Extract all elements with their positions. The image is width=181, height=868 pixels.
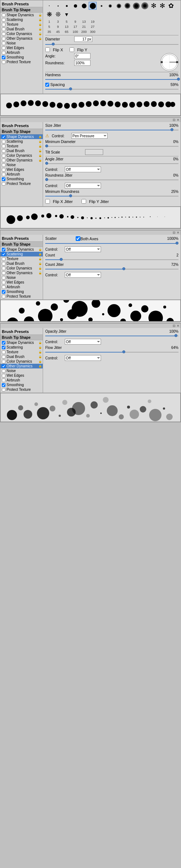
brush-cell[interactable]: [63, 2, 71, 10]
sidebar-item-shape-dynamics-4[interactable]: Shape Dynamics 🔒: [0, 340, 43, 345]
sidebar-item-airbrush-4[interactable]: Airbrush: [0, 378, 43, 383]
count-control-select[interactable]: Off Pen Pressure Fade: [65, 272, 101, 278]
brush-cell[interactable]: [45, 2, 53, 10]
brush-cell[interactable]: ❋: [45, 10, 53, 18]
angle-circle[interactable]: [160, 53, 178, 71]
size-jitter-slider[interactable]: [45, 129, 178, 131]
other-dynamics-checkbox-2[interactable]: [2, 159, 5, 162]
flip-x-jitter-checkbox[interactable]: [45, 199, 50, 204]
texture-checkbox-2[interactable]: [2, 144, 5, 148]
sidebar-item-texture[interactable]: Texture 🔒: [0, 22, 43, 27]
brush-cell[interactable]: [132, 2, 140, 10]
sidebar-section-brush-tip[interactable]: Brush Tip Shape: [0, 7, 43, 13]
shape-dynamics-checkbox-4[interactable]: [2, 341, 5, 345]
noise-checkbox-3[interactable]: [2, 276, 5, 280]
sidebar-item-wet-edges-3[interactable]: Wet Edges: [0, 280, 43, 285]
protect-texture-checkbox[interactable]: [2, 60, 5, 64]
minimize-icon[interactable]: ⊟: [173, 118, 176, 122]
sidebar-item-dual-brush-2[interactable]: Dual Brush 🔒: [0, 148, 43, 153]
sidebar-item-noise-4[interactable]: Noise: [0, 368, 43, 373]
sidebar-item-smoothing-4[interactable]: Smoothing: [0, 383, 43, 387]
dual-brush-checkbox-3[interactable]: [2, 262, 5, 265]
brush-cell[interactable]: ✻: [150, 2, 157, 10]
color-dynamics-checkbox[interactable]: [2, 32, 5, 36]
sidebar-item-texture-3[interactable]: Texture 🔒: [0, 256, 43, 261]
wet-edges-checkbox-4[interactable]: [2, 374, 5, 377]
brush-cell[interactable]: [123, 2, 131, 10]
close-icon-3[interactable]: ✕: [177, 231, 180, 234]
sidebar-item-texture-2[interactable]: Texture 🔒: [0, 144, 43, 148]
other-dynamics-checkbox-3[interactable]: [2, 271, 5, 275]
flip-y-jitter-checkbox[interactable]: [81, 199, 86, 204]
sidebar-item-color-dynamics-3[interactable]: Color Dynamics 🔒: [0, 266, 43, 271]
hardness-slider[interactable]: [45, 78, 178, 81]
shape-dynamics-checkbox-3[interactable]: [2, 248, 5, 251]
size-control-select[interactable]: Pen Pressure Off Fade Pen Tilt: [71, 133, 108, 139]
brush-cell[interactable]: [97, 2, 105, 10]
flow-control-select[interactable]: Off Pen Pressure Fade: [65, 355, 101, 361]
angle-control-select[interactable]: Off Pen Pressure Fade: [65, 167, 101, 172]
texture-checkbox-3[interactable]: [2, 257, 5, 261]
sidebar-item-dual-brush-4[interactable]: Dual Brush 🔒: [0, 354, 43, 359]
minimize-icon-4[interactable]: ⊟: [173, 324, 176, 328]
brush-cell[interactable]: ✿: [167, 2, 175, 10]
close-icon[interactable]: ✕: [177, 118, 180, 122]
brush-cell[interactable]: [141, 2, 149, 10]
roundness-jitter-slider[interactable]: [45, 178, 178, 181]
count-jitter-slider[interactable]: [45, 268, 178, 271]
sidebar-item-protect-texture-2[interactable]: Protect Texture: [0, 181, 43, 186]
sidebar-item-other-dynamics-3[interactable]: Other Dynamics 🔒: [0, 271, 43, 275]
other-dynamics-checkbox-4[interactable]: [2, 364, 5, 368]
roundness-input[interactable]: [74, 60, 90, 66]
sidebar-item-smoothing[interactable]: Smoothing: [0, 55, 43, 60]
sidebar-item-dual-brush[interactable]: Dual Brush 🔒: [0, 27, 43, 31]
sidebar-item-scattering[interactable]: Scattering 🔒: [0, 17, 43, 22]
sidebar-item-dual-brush-3[interactable]: Dual Brush 🔒: [0, 261, 43, 266]
angle-jitter-slider[interactable]: [45, 162, 178, 165]
brush-cell[interactable]: [71, 2, 79, 10]
noise-checkbox-2[interactable]: [2, 163, 5, 167]
count-slider[interactable]: [45, 258, 178, 261]
sidebar-item-color-dynamics-2[interactable]: Color Dynamics 🔒: [0, 153, 43, 158]
color-dynamics-checkbox-3[interactable]: [2, 267, 5, 270]
sidebar-item-airbrush-2[interactable]: Airbrush: [0, 172, 43, 177]
sidebar-item-shape-dynamics-3[interactable]: Shape Dynamics 🔒: [0, 247, 43, 252]
brush-cell[interactable]: ❊: [54, 10, 62, 18]
protect-texture-checkbox-3[interactable]: [2, 295, 5, 298]
scattering-checkbox-2[interactable]: [2, 140, 5, 143]
texture-checkbox[interactable]: [2, 23, 5, 26]
sidebar-item-wet-edges[interactable]: Wet Edges: [0, 46, 43, 50]
dual-brush-checkbox[interactable]: [2, 27, 5, 31]
noise-checkbox-4[interactable]: [2, 369, 5, 373]
sidebar-section-brush-tip-2[interactable]: Brush Tip Shape: [0, 129, 43, 134]
sidebar-item-protect-texture[interactable]: Protect Texture: [0, 60, 43, 64]
sidebar-item-wet-edges-4[interactable]: Wet Edges: [0, 373, 43, 378]
airbrush-checkbox-3[interactable]: [2, 285, 5, 289]
protect-texture-checkbox-2[interactable]: [2, 182, 5, 186]
brush-cell-selected[interactable]: [89, 2, 97, 10]
angle-input[interactable]: [74, 53, 90, 59]
sidebar-item-other-dynamics-2[interactable]: Other Dynamics 🔒: [0, 158, 43, 163]
sidebar-section-brush-tip-4[interactable]: Brush Tip Shape: [0, 334, 43, 340]
sidebar-item-protect-texture-4[interactable]: Protect Texture: [0, 387, 43, 392]
brush-cell[interactable]: [115, 2, 123, 10]
shape-dynamics-checkbox-2[interactable]: [2, 135, 5, 139]
sidebar-item-airbrush-3[interactable]: Airbrush: [0, 285, 43, 289]
flow-jitter-slider[interactable]: [45, 351, 178, 354]
spacing-checkbox[interactable]: [45, 83, 49, 87]
diameter-input[interactable]: [74, 36, 92, 42]
sidebar-item-smoothing-2[interactable]: Smoothing: [0, 177, 43, 181]
sidebar-item-shape-dynamics-2[interactable]: Shape Dynamics 🔒: [0, 134, 43, 139]
sidebar-item-scattering-3[interactable]: Scattering 🔒: [0, 252, 43, 256]
smoothing-checkbox-4[interactable]: [2, 383, 5, 387]
sidebar-item-shape-dynamics[interactable]: Shape Dynamics 🔒: [0, 13, 43, 17]
min-diameter-slider[interactable]: [45, 145, 178, 148]
brush-cell-scroll[interactable]: ▼: [63, 10, 71, 18]
tilt-scale-input[interactable]: [85, 149, 103, 155]
color-dynamics-checkbox-2[interactable]: [2, 154, 5, 157]
close-icon-4[interactable]: ✕: [177, 324, 180, 328]
dual-brush-checkbox-4[interactable]: [2, 355, 5, 359]
wet-edges-checkbox-3[interactable]: [2, 281, 5, 284]
scatter-slider[interactable]: [45, 242, 178, 245]
flip-y-checkbox[interactable]: [70, 47, 74, 52]
